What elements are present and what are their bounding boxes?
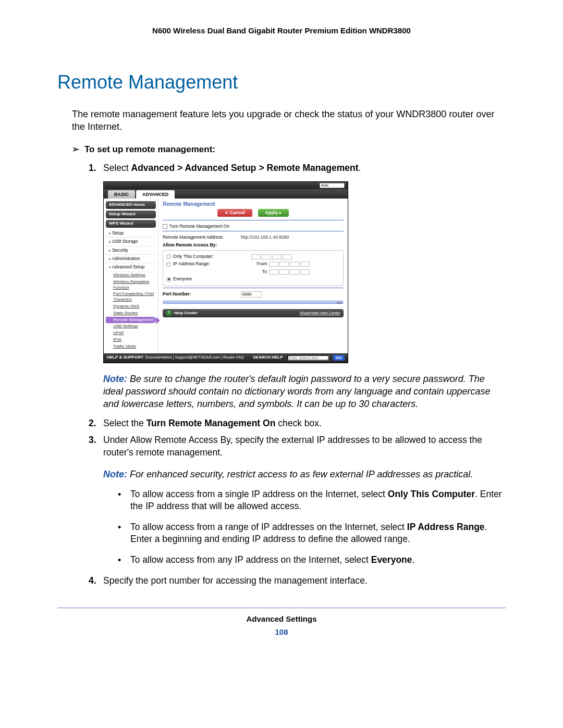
ip-to-inputs[interactable] (269, 269, 310, 275)
opt-only-label: Only This Computer: (173, 254, 251, 260)
question-icon: ? (166, 310, 172, 316)
sub-static-routes[interactable]: Static Routes (106, 310, 156, 317)
turn-on-checkbox[interactable] (163, 224, 167, 229)
scrollbar[interactable] (163, 301, 344, 304)
to-label: To (251, 269, 267, 275)
ip-from-inputs[interactable] (269, 262, 310, 267)
chevron-right-icon: ➢ (72, 144, 79, 155)
step-number: 2. (89, 417, 96, 430)
sidebar-item-setup[interactable]: Setup (106, 229, 156, 238)
cancel-button[interactable]: Cancel (217, 209, 252, 217)
sub-remote-management[interactable]: Remote Management (106, 317, 156, 324)
step-number: 4. (89, 575, 96, 587)
turn-on-label: Turn Remote Management On (169, 224, 229, 229)
footer-links[interactable]: Documentation | Support@NETGEAR.com | Ro… (145, 355, 244, 360)
task-heading: ➢To set up remote management: (72, 144, 506, 155)
go-button[interactable]: GO (333, 355, 345, 361)
bullet-1-bold: Only This Computer (388, 489, 475, 499)
language-select[interactable]: Auto (320, 183, 345, 188)
sidebar-item-security[interactable]: Security (106, 246, 156, 255)
help-support-label: HELP & SUPPORT (107, 355, 143, 361)
sub-usb-settings[interactable]: USB Settings (106, 323, 156, 330)
sub-ipv6[interactable]: IPv6 (106, 337, 156, 343)
opt-everyone-label: Everyone (173, 276, 192, 282)
bullet-2-pre: To allow access from a range of IP addre… (130, 522, 407, 532)
tab-advanced[interactable]: ADVANCED (136, 190, 175, 199)
intro-paragraph: The remote management feature lets you u… (72, 108, 506, 133)
footer-page-number: 108 (57, 627, 506, 636)
port-label: Port Number: (163, 291, 241, 297)
main-panel: Remote Management Cancel Apply Turn Remo… (158, 199, 348, 353)
note-1-label: Note: (103, 374, 127, 384)
tab-basic[interactable]: BASIC (108, 190, 135, 199)
section-title: Remote Management (57, 71, 506, 93)
allow-head: Allow Remote Access By: (163, 242, 344, 248)
help-center-label: Help Center (174, 310, 198, 315)
bullet-3-pre: To allow access from any IP address on t… (130, 554, 371, 565)
apply-button[interactable]: Apply (258, 209, 289, 217)
sidebar-item-advanced-setup[interactable]: Advanced Setup (106, 263, 156, 272)
router-screenshot: Auto BASIC ADVANCED ADVANCED Home Setup … (103, 181, 348, 363)
note-2-text: For enhanced security, restrict access t… (127, 469, 473, 479)
ip-only-inputs[interactable] (251, 254, 292, 260)
bullet-1-pre: To allow access from a single IP address… (130, 489, 388, 499)
step-1-text-pre: Select (103, 163, 131, 173)
sidebar: ADVANCED Home Setup Wizard WPS Wizard Se… (104, 199, 158, 353)
footer-rule (57, 608, 506, 608)
search-input[interactable] (287, 355, 329, 361)
sub-port-forwarding[interactable]: Port Forwarding / Port Triggering (106, 291, 156, 303)
sub-dynamic-dns[interactable]: Dynamic DNS (106, 303, 156, 310)
sub-wireless-settings[interactable]: Wireless Settings (106, 272, 156, 279)
step-4-text: Specify the port number for accessing th… (103, 575, 368, 586)
note-2: Note: For enhanced security, restrict ac… (103, 468, 506, 480)
note-1: Note: Be sure to change the router's def… (103, 373, 506, 411)
sidebar-pill-advanced-home[interactable]: ADVANCED Home (106, 201, 156, 209)
step-2-text-post: check box. (275, 418, 322, 428)
sidebar-pill-setup-wizard[interactable]: Setup Wizard (106, 211, 156, 218)
help-center-bar[interactable]: ?Help Center Show/Hide Help Center (163, 309, 344, 317)
step-1-text-post: . (359, 163, 361, 173)
radio-only-this[interactable] (166, 254, 171, 259)
step-number: 1. (89, 162, 96, 175)
step-4: 4. Specify the port number for accessing… (89, 575, 506, 587)
note-2-label: Note: (103, 469, 127, 479)
product-header: N600 Wireless Dual Band Gigabit Router P… (57, 26, 506, 35)
step-2: 2. Select the Turn Remote Management On … (89, 417, 506, 430)
step-3-text: Under Allow Remote Access By, specify th… (103, 435, 482, 458)
footer-section: Advanced Settings (57, 614, 506, 623)
step-2-text-bold: Turn Remote Management On (146, 418, 276, 428)
step-3: 3. Under Allow Remote Access By, specify… (89, 434, 506, 566)
port-input[interactable] (241, 291, 262, 298)
step-number: 3. (89, 434, 96, 447)
radio-everyone[interactable] (166, 277, 171, 282)
step-1: 1. Select Advanced > Advanced Setup > Re… (89, 162, 506, 411)
step-2-text-pre: Select the (103, 418, 146, 428)
addr-label: Remote Management Address: (163, 235, 241, 240)
addr-value: http://192.168.1.40:8080 (241, 235, 289, 240)
sidebar-item-usb-storage[interactable]: USB Storage (106, 238, 156, 246)
opt-range-label: IP Address Range: (173, 261, 251, 267)
help-toggle-link[interactable]: Show/Hide Help Center (300, 311, 340, 316)
sub-traffic-meter[interactable]: Traffic Meter (106, 343, 156, 350)
task-heading-text: To set up remote management: (84, 144, 215, 154)
sidebar-pill-wps-wizard[interactable]: WPS Wizard (106, 220, 156, 228)
bullet-3-bold: Everyone (371, 554, 412, 565)
radio-ip-range[interactable] (166, 262, 171, 267)
bullet-1: To allow access from a single IP address… (118, 488, 506, 513)
step-1-text-bold: Advanced > Advanced Setup > Remote Manag… (131, 163, 359, 173)
sub-upnp[interactable]: UPnP (106, 330, 156, 337)
bullet-3-post: . (412, 554, 415, 565)
bullet-2: To allow access from a range of IP addre… (118, 521, 506, 546)
from-label: From (251, 261, 267, 267)
note-1-text: Be sure to change the router's default l… (103, 374, 490, 410)
search-help-label: SEARCH HELP (253, 355, 283, 361)
panel-title: Remote Management (163, 201, 344, 208)
sub-wireless-repeating[interactable]: Wireless Repeating Function (106, 279, 156, 291)
sidebar-item-administration[interactable]: Administration (106, 255, 156, 263)
bullet-3: To allow access from any IP address on t… (118, 554, 506, 566)
bullet-2-bold: IP Address Range (407, 522, 485, 532)
